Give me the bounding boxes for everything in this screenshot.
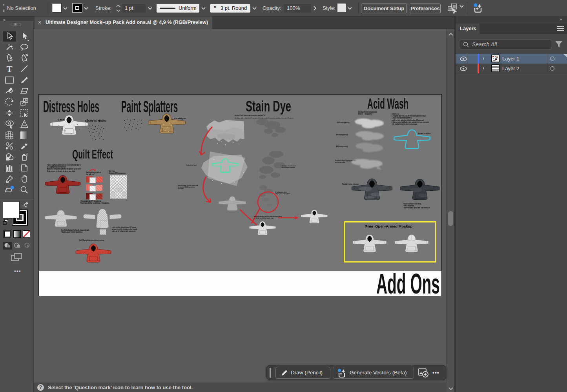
svg-text:T: T xyxy=(7,64,13,74)
